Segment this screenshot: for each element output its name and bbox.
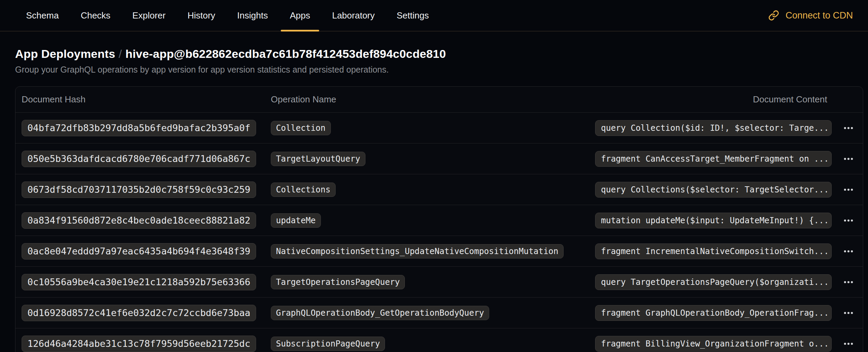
document-content-cell: fragment CanAccessTarget_MemberFragment … [595,151,832,167]
tab-laboratory[interactable]: Laboratory [321,0,386,31]
tab-history[interactable]: History [177,0,226,31]
ellipsis-icon [844,343,853,345]
column-header-document-hash: Document Hash [15,94,270,105]
operation-name-chip: TargetOperationsPageQuery [271,275,405,289]
column-header-operation-name: Operation Name [270,94,595,105]
operation-name-chip: TargetLayoutQuery [271,152,365,166]
operation-name-cell: Collection [270,121,595,135]
table-row: 0d16928d8572c41ef6e032d2c7c72ccbd6e73baa… [15,298,863,328]
deployments-table: Document Hash Operation Name Document Co… [15,86,863,352]
row-actions-cell [832,120,863,136]
tab-insights[interactable]: Insights [226,0,279,31]
page-subtitle: Group your GraphQL operations by app ver… [15,65,863,75]
nav-tab-label: Apps [290,10,310,21]
nav-tab-label: Schema [26,10,59,21]
operation-name-chip: Collections [271,183,336,197]
row-actions-cell [832,336,863,352]
page-title: App Deployments/hive-app@b622862ecdba7c6… [15,47,863,61]
document-hash-chip: 050e5b363dafdcacd6780e706cadf771d06a867c [22,151,256,167]
row-menu-button[interactable] [838,336,859,352]
nav-tab-label: History [188,10,215,21]
table-row: 0c10556a9be4ca30e19e21c1218a592b75e63366… [15,267,863,298]
ellipsis-icon [844,312,853,314]
nav-tab-label: Checks [81,10,110,21]
document-content-chip: query TargetOperationsPageQuery($organiz… [595,274,832,290]
table-header-row: Document Hash Operation Name Document Co… [15,87,863,113]
nav-tab-label: Laboratory [332,10,375,21]
row-menu-button[interactable] [838,305,859,321]
document-hash-chip: 126d46a4284abe31c13c78f7959d56eeb21725dc [22,336,256,352]
document-hash-cell: 0d16928d8572c41ef6e032d2c7c72ccbd6e73baa [15,305,270,321]
row-menu-button[interactable] [838,274,859,290]
nav-tab-label: Insights [237,10,268,21]
table-body: 04bfa72dfb83b297dd8a5b6fed9bafac2b395a0f… [15,113,863,352]
breadcrumb-separator: / [115,47,125,60]
document-hash-chip: 0c10556a9be4ca30e19e21c1218a592b75e63366 [22,274,256,290]
nav-tabs: Schema Checks Explorer History Insights … [15,0,440,31]
row-actions-cell [832,274,863,290]
row-actions-cell [832,212,863,229]
document-content-chip: fragment IncrementalNativeCompositionSwi… [595,243,832,259]
document-content-chip: fragment GraphQLOperationBody_OperationF… [595,305,832,321]
ellipsis-icon [844,127,853,129]
document-hash-chip: 0ac8e047eddd97a97eac6435a4b694f4e3648f39 [22,243,256,260]
operation-name-chip: NativeCompositionSettings_UpdateNativeCo… [271,244,564,259]
document-hash-chip: 0673df58cd7037117035b2d0c758f59c0c93c259 [22,181,256,198]
tab-settings[interactable]: Settings [386,0,440,31]
operation-name-cell: SubscriptionPageQuery [270,337,595,351]
ellipsis-icon [844,219,853,222]
operation-name-cell: updateMe [270,213,595,228]
document-hash-chip: 04bfa72dfb83b297dd8a5b6fed9bafac2b395a0f [22,120,256,136]
column-header-document-content: Document Content [595,94,829,105]
document-hash-cell: 04bfa72dfb83b297dd8a5b6fed9bafac2b395a0f [15,120,270,136]
document-content-cell: fragment GraphQLOperationBody_OperationF… [595,305,832,321]
document-hash-cell: 0673df58cd7037117035b2d0c758f59c0c93c259 [15,181,270,198]
row-actions-cell [832,243,863,260]
connect-to-cdn-label: Connect to CDN [785,10,853,21]
operation-name-chip: GraphQLOperationBody_GetOperationBodyQue… [271,306,489,320]
document-content-cell: fragment BillingView_OrganizationFragmen… [595,336,832,352]
ellipsis-icon [844,158,853,160]
row-menu-button[interactable] [838,151,859,167]
row-actions-cell [832,151,863,167]
table-row: 050e5b363dafdcacd6780e706cadf771d06a867c… [15,143,863,174]
row-menu-button[interactable] [838,243,859,260]
nav-tab-label: Settings [397,10,429,21]
ellipsis-icon [844,250,853,252]
table-row: 0673df58cd7037117035b2d0c758f59c0c93c259… [15,174,863,205]
document-hash-cell: 0a834f91560d872e8c4bec0ade18ceec88821a82 [15,212,270,229]
document-hash-cell: 050e5b363dafdcacd6780e706cadf771d06a867c [15,151,270,167]
connect-to-cdn-button[interactable]: Connect to CDN [768,0,853,31]
table-row: 126d46a4284abe31c13c78f7959d56eeb21725dc… [15,328,863,352]
table-row: 04bfa72dfb83b297dd8a5b6fed9bafac2b395a0f… [15,113,863,143]
link-icon [768,10,779,21]
ellipsis-icon [844,281,853,283]
main-content: App Deployments/hive-app@b622862ecdba7c6… [0,47,868,352]
row-menu-button[interactable] [838,120,859,136]
operation-name-cell: Collections [270,183,595,197]
document-content-cell: fragment IncrementalNativeCompositionSwi… [595,243,832,259]
document-content-cell: mutation updateMe($input: UpdateMeInput!… [595,213,832,228]
document-content-chip: mutation updateMe($input: UpdateMeInput!… [595,213,832,228]
operation-name-cell: TargetLayoutQuery [270,152,595,166]
document-hash-cell: 0ac8e047eddd97a97eac6435a4b694f4e3648f39 [15,243,270,260]
operation-name-cell: TargetOperationsPageQuery [270,275,595,289]
tab-checks[interactable]: Checks [70,0,121,31]
operation-name-chip: updateMe [271,213,321,228]
row-actions-cell [832,181,863,198]
document-hash-chip: 0d16928d8572c41ef6e032d2c7c72ccbd6e73baa [22,305,256,321]
document-content-chip: query Collection($id: ID!, $selector: Ta… [595,120,832,136]
table-row: 0ac8e047eddd97a97eac6435a4b694f4e3648f39… [15,236,863,267]
breadcrumb-section: App Deployments [15,47,115,60]
row-menu-button[interactable] [838,181,859,198]
nav-tab-label: Explorer [132,10,166,21]
ellipsis-icon [844,189,853,191]
row-menu-button[interactable] [838,212,859,229]
document-content-chip: query Collections($selector: TargetSelec… [595,182,832,198]
document-hash-chip: 0a834f91560d872e8c4bec0ade18ceec88821a82 [22,212,256,229]
tab-apps[interactable]: Apps [279,0,321,31]
document-content-cell: query Collections($selector: TargetSelec… [595,182,832,198]
tab-explorer[interactable]: Explorer [121,0,177,31]
document-content-cell: query Collection($id: ID!, $selector: Ta… [595,120,832,136]
tab-schema[interactable]: Schema [15,0,70,31]
